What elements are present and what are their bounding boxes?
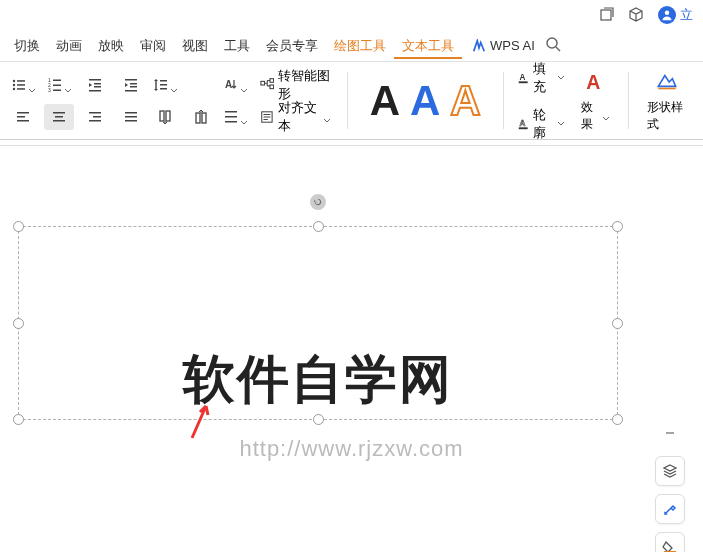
collapse-panel-button[interactable]: [655, 418, 685, 448]
increase-indent-button[interactable]: [116, 72, 146, 98]
outline-dropdown[interactable]: A 轮廓: [514, 104, 569, 144]
resize-handle-bl[interactable]: [13, 414, 24, 425]
bullets-dropdown[interactable]: [8, 72, 38, 98]
resize-handle-tc[interactable]: [313, 221, 324, 232]
svg-point-3: [12, 79, 14, 81]
svg-rect-18: [89, 90, 101, 92]
svg-point-7: [12, 87, 14, 89]
align-text-icon: [260, 108, 274, 126]
fill-dropdown[interactable]: A 填充: [514, 58, 569, 98]
window-multi-icon[interactable]: [598, 7, 614, 23]
svg-rect-44: [225, 116, 237, 118]
rotate-handle[interactable]: [310, 194, 326, 210]
resize-handle-tr[interactable]: [612, 221, 623, 232]
menu-text-tools[interactable]: 文本工具: [394, 33, 462, 59]
wps-ai-button[interactable]: WPS AI: [472, 38, 535, 53]
align-text-dropdown[interactable]: 对齐文本: [254, 104, 337, 130]
menu-animation[interactable]: 动画: [48, 33, 90, 59]
numbering-dropdown[interactable]: 123: [44, 72, 74, 98]
wordart-styles[interactable]: A A A: [358, 68, 493, 133]
svg-rect-21: [130, 86, 137, 88]
svg-rect-38: [160, 111, 164, 121]
svg-rect-29: [89, 112, 101, 114]
align-right-button[interactable]: [80, 104, 110, 130]
menu-review[interactable]: 审阅: [132, 33, 174, 59]
sub-url-text: http://www.rjzxw.com: [0, 436, 703, 462]
columns-up-button[interactable]: [186, 104, 216, 130]
selected-textbox[interactable]: 软件自学网: [18, 226, 618, 420]
outline-label: 轮廓: [533, 106, 552, 142]
fill-bucket-button[interactable]: [655, 532, 685, 552]
eyedropper-button[interactable]: [655, 494, 685, 524]
svg-text:A: A: [225, 79, 232, 90]
user-account[interactable]: 立: [658, 6, 693, 24]
layers-button[interactable]: [655, 456, 685, 486]
resize-handle-bc[interactable]: [313, 414, 324, 425]
svg-text:3: 3: [48, 87, 51, 93]
outline-icon: A: [518, 116, 530, 132]
menu-show[interactable]: 放映: [90, 33, 132, 59]
svg-rect-4: [17, 80, 25, 82]
resize-handle-tl[interactable]: [13, 221, 24, 232]
align-center-button[interactable]: [44, 104, 74, 130]
line-spacing-dropdown[interactable]: [150, 72, 180, 98]
fill-icon: A: [518, 70, 530, 86]
red-arrow-annotation: [186, 400, 216, 440]
menu-tools[interactable]: 工具: [216, 33, 258, 59]
svg-rect-36: [160, 84, 167, 86]
slide-canvas[interactable]: 软件自学网 http://www.rjzxw.com: [0, 168, 703, 552]
align-justify-button[interactable]: [116, 104, 146, 130]
svg-point-1: [665, 10, 670, 15]
wordart-style-black[interactable]: A: [370, 77, 400, 125]
svg-rect-37: [160, 88, 167, 90]
main-title-text[interactable]: 软件自学网: [19, 345, 617, 415]
text-direction-dropdown[interactable]: A: [220, 72, 250, 98]
ai-label: WPS AI: [490, 38, 535, 53]
svg-rect-48: [270, 85, 274, 89]
resize-handle-mr[interactable]: [612, 318, 623, 329]
svg-rect-15: [89, 79, 101, 81]
svg-rect-27: [55, 116, 63, 118]
svg-rect-51: [518, 81, 527, 83]
svg-rect-17: [94, 86, 101, 88]
shape-style-button[interactable]: 形状样式: [639, 68, 695, 133]
ai-logo-icon: [472, 39, 486, 53]
shape-style-icon: [654, 69, 680, 95]
align-left-button[interactable]: [8, 104, 38, 130]
svg-rect-12: [53, 84, 61, 86]
wordart-style-orange[interactable]: A: [450, 77, 480, 125]
menu-switch[interactable]: 切换: [6, 33, 48, 59]
resize-handle-br[interactable]: [612, 414, 623, 425]
menu-member[interactable]: 会员专享: [258, 33, 326, 59]
menu-bar: 切换 动画 放映 审阅 视图 工具 会员专享 绘图工具 文本工具 WPS AI: [0, 30, 703, 62]
menu-drawing-tools[interactable]: 绘图工具: [326, 33, 394, 59]
char-spacing-dropdown[interactable]: [220, 104, 250, 130]
svg-rect-23: [17, 112, 29, 114]
svg-rect-26: [53, 112, 65, 114]
svg-rect-0: [601, 10, 611, 20]
svg-rect-39: [166, 111, 170, 121]
resize-handle-ml[interactable]: [13, 318, 24, 329]
menu-view[interactable]: 视图: [174, 33, 216, 59]
svg-rect-25: [17, 120, 29, 122]
search-icon[interactable]: [545, 36, 561, 55]
svg-rect-22: [125, 90, 137, 92]
smart-graphic-button[interactable]: 转智能图形: [254, 72, 337, 98]
svg-point-2: [547, 38, 557, 48]
svg-rect-45: [225, 121, 237, 123]
svg-text:A: A: [519, 73, 525, 82]
svg-rect-28: [53, 120, 65, 122]
svg-rect-34: [125, 120, 137, 122]
wordart-style-blue[interactable]: A: [410, 77, 440, 125]
svg-rect-35: [160, 80, 167, 82]
decrease-indent-button[interactable]: [80, 72, 110, 98]
svg-rect-16: [94, 83, 101, 85]
side-tool-panel: [655, 418, 685, 552]
svg-rect-41: [202, 113, 206, 123]
svg-rect-6: [17, 84, 25, 86]
columns-down-button[interactable]: [150, 104, 180, 130]
effect-dropdown[interactable]: A 效果: [573, 68, 618, 133]
cube-icon[interactable]: [628, 7, 644, 23]
align-text-label: 对齐文本: [278, 99, 318, 135]
svg-rect-10: [53, 79, 61, 81]
